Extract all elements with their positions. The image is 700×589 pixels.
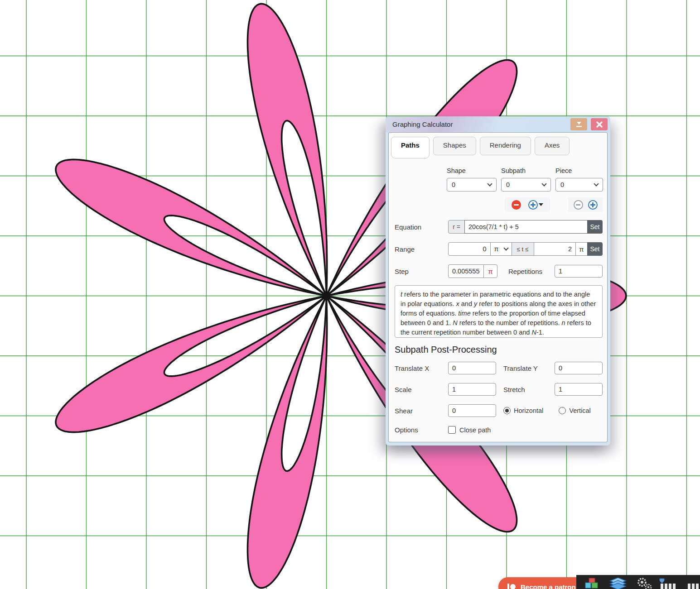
scale-input[interactable] (448, 383, 496, 396)
shear-horizontal-label: Horizontal (514, 407, 543, 414)
tab-rendering[interactable]: Rendering (480, 137, 531, 155)
piece-select[interactable]: 0 (555, 178, 603, 192)
piece-buttons-strip (568, 197, 603, 212)
shape-select[interactable]: 0 (447, 178, 497, 192)
subpath-select[interactable]: 0 (501, 178, 551, 192)
step-input[interactable] (448, 264, 484, 278)
equation-set-button[interactable]: Set (587, 220, 603, 234)
chevron-down-icon (487, 181, 492, 186)
piece-remove-button[interactable] (574, 200, 583, 210)
step-unit: π (483, 264, 497, 278)
subpath-label: Subpath (501, 167, 526, 174)
range-set-button[interactable]: Set (587, 242, 603, 256)
equation-prefix: r = (448, 220, 465, 234)
level-meter-icon[interactable] (688, 578, 700, 589)
subpath-add-menu-caret[interactable] (539, 203, 543, 206)
subpath-buttons-strip (505, 197, 550, 212)
translate-x-input[interactable] (448, 362, 496, 374)
shear-horizontal-radio[interactable] (503, 407, 511, 414)
taskbar (576, 575, 700, 589)
repetitions-input[interactable] (555, 265, 603, 278)
dialog-titlebar[interactable]: Graphing Calculator (386, 116, 610, 132)
equation-input[interactable] (464, 220, 588, 234)
post-processing-heading: Subpath Post-Processing (395, 345, 497, 355)
range-min-input[interactable] (448, 242, 491, 256)
repetitions-label: Repetitions (508, 268, 542, 275)
dialog-panel: Paths Shapes Rendering Axes Shape Subpat… (388, 132, 608, 442)
tab-paths[interactable]: Paths (391, 137, 430, 158)
chevron-down-icon (594, 181, 599, 186)
options-label: Options (395, 426, 448, 434)
gears-icon[interactable] (636, 578, 654, 589)
shape-label: Shape (447, 167, 466, 174)
patreon-icon (507, 584, 516, 589)
range-min-unit-select[interactable]: π (490, 242, 512, 256)
subpath-remove-button[interactable] (512, 200, 521, 210)
close-path-checkbox[interactable] (448, 426, 456, 434)
shear-input[interactable] (448, 404, 496, 417)
scale-label: Scale (395, 386, 448, 393)
translate-x-label: Translate X (395, 364, 448, 372)
equation-label: Equation (395, 223, 448, 231)
tab-axes[interactable]: Axes (535, 137, 570, 155)
collapse-icon (575, 121, 583, 128)
range-label: Range (395, 245, 448, 253)
collapse-button[interactable] (570, 118, 587, 130)
piece-label: Piece (555, 167, 572, 174)
stretch-input[interactable] (555, 383, 603, 396)
parameter-help-text: t refers to the parameter in parametric … (395, 285, 603, 338)
subpath-add-button[interactable] (528, 200, 538, 210)
shear-label: Shear (395, 407, 448, 415)
translate-y-label: Translate Y (503, 364, 548, 372)
stretch-label: Stretch (503, 386, 548, 393)
step-label: Step (395, 268, 448, 275)
range-bounds-label: ≤ t ≤ (512, 242, 534, 256)
shear-vertical-radio[interactable] (559, 407, 566, 414)
range-max-unit: π (575, 242, 588, 256)
layers-icon[interactable] (609, 578, 627, 589)
close-icon (596, 121, 603, 128)
close-button[interactable] (591, 118, 608, 130)
graphing-calculator-dialog: Graphing Calculator Paths Shapes Renderi… (386, 116, 610, 445)
tab-bar: Paths Shapes Rendering Axes (391, 137, 570, 158)
blocks-icon[interactable] (584, 578, 600, 589)
shear-vertical-label: Vertical (569, 407, 591, 414)
level-meter-icon[interactable] (659, 578, 680, 589)
translate-y-input[interactable] (555, 362, 603, 374)
tab-shapes[interactable]: Shapes (433, 137, 476, 155)
piece-add-button[interactable] (588, 200, 598, 210)
chevron-down-icon (541, 181, 546, 186)
range-max-input[interactable] (534, 242, 576, 256)
close-path-label: Close path (459, 426, 491, 434)
dialog-title: Graphing Calculator (392, 120, 453, 128)
become-a-patron-button[interactable]: Become a patron (498, 577, 587, 589)
chevron-down-icon (503, 245, 508, 250)
